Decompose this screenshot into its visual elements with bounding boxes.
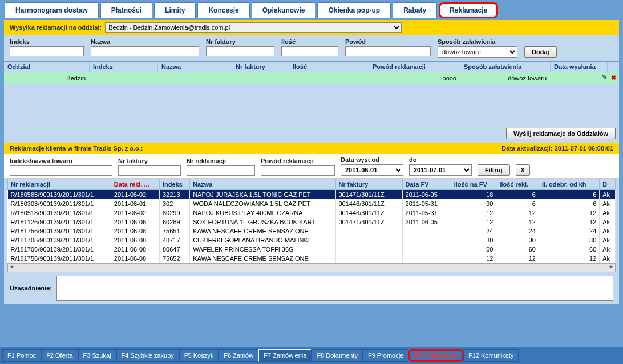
gridcol-2[interactable]: Indeks	[159, 179, 189, 190]
gridcol-6[interactable]: Ilość na FV	[451, 179, 496, 190]
inp-indeks[interactable]	[10, 46, 84, 56]
fkey-f6[interactable]: F6 Zamów	[219, 349, 258, 362]
uz-label: Uzasadnienie:	[10, 285, 52, 292]
gridcol-3[interactable]: Nazwa	[190, 179, 335, 190]
lbl-indeks: Indeks	[10, 38, 84, 45]
fkey-f10[interactable]: F10 Informacje	[408, 349, 463, 362]
fkey-f4[interactable]: F4 Szybkie zakupy	[116, 349, 179, 362]
lbl-powod: Powód	[345, 38, 431, 45]
tab-bar: Harmonogram dostawPłatnościLimityKoncesj…	[0, 0, 623, 19]
grid1-header: OddziałIndeksNazwaNr fakturyIlośćPowód r…	[4, 61, 619, 72]
col1-5[interactable]: Powód reklamacji	[369, 62, 460, 72]
uz-textarea[interactable]	[56, 276, 613, 301]
inp-nazwa[interactable]	[91, 46, 199, 56]
main-panel: Wysyłka reklamacji na oddział: Bedzin - …	[3, 19, 620, 305]
inp-nrfak2[interactable]	[118, 165, 181, 176]
col1-7[interactable]: Data wysłania	[551, 62, 608, 72]
fkey-f9[interactable]: F9 Promocje	[363, 349, 408, 362]
table-row[interactable]: R/181126/900139/2011/301/12011-06-066028…	[8, 217, 616, 227]
fkey-f7[interactable]: F7 Zamówienia	[258, 349, 312, 362]
col1-4[interactable]: Ilość	[289, 62, 369, 72]
col1-1[interactable]: Indeks	[90, 62, 158, 72]
sel-date-from[interactable]: 2011-06-01	[341, 164, 403, 176]
inp-nrfak[interactable]	[206, 46, 274, 56]
lbl-ilosc: Ilość	[281, 38, 338, 45]
grid1-row[interactable]: Bedzin oooo dowóz towaru ✎ ✖	[4, 72, 619, 84]
lbl-nazwa: Nazwa	[91, 38, 199, 45]
table-row[interactable]: R/181706/900139/2011/301/12011-06-084871…	[8, 236, 616, 245]
tab-okienka-pop-up[interactable]: Okienka pop-up	[317, 2, 391, 18]
send-branch-bar: Wysyłka reklamacji na oddział: Bedzin - …	[4, 20, 619, 35]
horizontal-scrollbar[interactable]	[7, 263, 616, 272]
clear-filter-button[interactable]: X	[516, 164, 530, 176]
cell-powod: oooo	[369, 74, 460, 83]
col1-3[interactable]: Nr faktury	[232, 62, 289, 72]
cell-oddzial: Bedzin	[4, 74, 90, 83]
filtruj-button[interactable]: Filtruj	[478, 164, 510, 176]
client-complaints-bar: Reklamacje klienta w firmie Tradis Sp. z…	[4, 143, 619, 154]
filter-row-2: Indeks/nazwa towaru Nr faktury Nr reklam…	[4, 154, 619, 179]
tab-reklamacje[interactable]: Reklamacje	[439, 2, 498, 18]
delete-icon[interactable]: ✖	[611, 74, 619, 82]
gridcol-7[interactable]: Ilość rekl.	[496, 179, 539, 190]
dodaj-button[interactable]: Dodaj	[524, 46, 557, 58]
gridcol-5[interactable]: Data FV	[402, 179, 451, 190]
table-row[interactable]: R/180303/900139/2011/301/12011-06-01302W…	[8, 199, 616, 208]
fkey-f8[interactable]: F8 Dokumenty	[312, 349, 363, 362]
tab-koncesje[interactable]: Koncesje	[197, 2, 249, 18]
table-row[interactable]: R/180585/900139/2011/301/12011-06-023221…	[8, 190, 616, 200]
cell-sposob: dowóz towaru	[460, 74, 551, 83]
inp-inl[interactable]	[10, 165, 112, 176]
justification-row: Uzasadnienie:	[4, 272, 619, 304]
tab-opiekunowie[interactable]: Opiekunowie	[252, 2, 316, 18]
lbl-sposob: Sposób załatwienia	[438, 38, 517, 45]
inp-powod[interactable]	[345, 46, 431, 56]
tab-harmonogram-dostaw[interactable]: Harmonogram dostaw	[5, 2, 99, 18]
bar2-right: Data aktualizacji: 2011-07-01 06:00:01	[501, 145, 613, 152]
inp-ilosc[interactable]	[281, 46, 338, 56]
col1-0[interactable]: Oddział	[4, 62, 90, 72]
col1-6[interactable]: Sposób załatwienia	[460, 62, 551, 72]
table-row[interactable]: R/180518/900139/2011/301/12011-06-028029…	[8, 208, 616, 217]
function-key-bar: F1 PomocF2 OfertaF3 SzukajF4 Szybkie zak…	[0, 347, 623, 364]
send-complaints-button[interactable]: Wyślij reklamacje do Oddziałów	[506, 128, 616, 139]
branch-select[interactable]: Bedzin - Bedzin.Zamowienia@tradis.com.pl	[105, 22, 402, 33]
gridcol-8[interactable]: Il. odebr. od kh	[539, 179, 599, 190]
tab-płatności[interactable]: Płatności	[100, 2, 152, 18]
complaints-grid: Nr reklamacjiData rekl. ...IndeksNazwaNr…	[7, 179, 616, 263]
gridcol-1[interactable]: Data rekl. ...	[111, 179, 159, 190]
table-row[interactable]: R/181756/900139/2011/301/12011-06-087565…	[8, 254, 616, 263]
bar2-left: Reklamacje klienta w firmie Tradis Sp. z…	[10, 145, 143, 152]
fkey-f2[interactable]: F2 Oferta	[41, 349, 78, 362]
filter-row-1: Indeks Nazwa Nr faktury Ilość Powód Spos…	[4, 35, 619, 61]
lbl-nrfak: Nr faktury	[206, 38, 274, 45]
send-branch-label: Wysyłka reklamacji na oddział:	[10, 24, 102, 31]
inp-nrrek[interactable]	[187, 165, 255, 176]
fkey-f3[interactable]: F3 Szukaj	[78, 349, 116, 362]
col1-2[interactable]: Nazwa	[158, 62, 232, 72]
table-row[interactable]: R/181756/900139/2011/301/12011-06-087565…	[8, 227, 616, 236]
tab-rabaty[interactable]: Rabaty	[393, 2, 437, 18]
fkey-f5[interactable]: F5 Koszyk	[179, 349, 219, 362]
gridcol-0[interactable]: Nr reklamacji	[8, 179, 111, 190]
gridcol-9[interactable]: D	[600, 179, 616, 190]
table-row[interactable]: R/181706/900139/2011/301/12011-06-088064…	[8, 245, 616, 254]
inp-powod2[interactable]	[261, 165, 335, 176]
gridcol-4[interactable]: Nr faktury	[335, 179, 402, 190]
fkey-f12[interactable]: F12 Komunikaty	[463, 349, 519, 362]
fkey-f1[interactable]: F1 Pomoc	[2, 349, 41, 362]
edit-icon[interactable]: ✎	[602, 74, 611, 83]
tab-limity[interactable]: Limity	[154, 2, 196, 18]
sel-sposob[interactable]: dowóz towaru	[438, 46, 517, 58]
sel-date-to[interactable]: 2011-07-01	[409, 164, 472, 176]
